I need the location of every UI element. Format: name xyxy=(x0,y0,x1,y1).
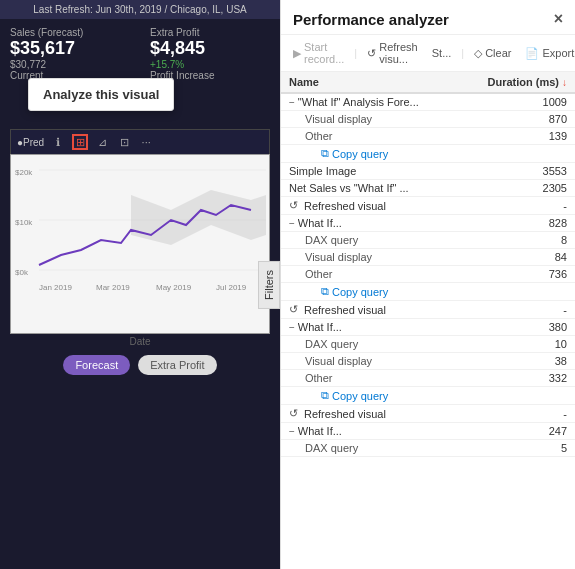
table-row: Simple Image 3553 xyxy=(281,163,575,180)
chart-area: ●Pred ℹ ⊞ ⊿ ⊡ ··· $20k $10k $0k xyxy=(10,129,270,383)
row-name: Visual display xyxy=(289,355,477,367)
row-name: Visual display xyxy=(289,251,477,263)
copy-query-link[interactable]: ⧉ Copy query xyxy=(289,147,477,160)
table-row: Visual display 38 xyxy=(281,353,575,370)
pred-label: ●Pred xyxy=(17,137,44,148)
row-name: What If... xyxy=(298,321,477,333)
analyze-tooltip[interactable]: Analyze this visual xyxy=(28,78,174,111)
table-row: Visual display 84 xyxy=(281,249,575,266)
svg-text:$10k: $10k xyxy=(15,218,33,227)
row-duration: 332 xyxy=(477,372,567,384)
chart-svg: $20k $10k $0k Jan 2019 Mar 2019 May 2019… xyxy=(10,154,270,334)
copy-query-link[interactable]: ⧉ Copy query xyxy=(289,389,477,402)
row-name: Visual display xyxy=(289,113,477,125)
expand-icon[interactable]: − xyxy=(289,426,295,437)
table-body: − "What If" Analysis Fore... 1009 Visual… xyxy=(281,94,575,457)
kpi-profit-value: $4,845 xyxy=(150,38,270,59)
row-name: Simple Image xyxy=(289,165,477,177)
refresh-row-name: Refreshed visual xyxy=(304,304,477,316)
row-name: "What If" Analysis Fore... xyxy=(298,96,477,108)
refresh-row: ↺ Refreshed visual - xyxy=(281,301,575,319)
export-label: Export xyxy=(542,47,574,59)
table-row: DAX query 10 xyxy=(281,336,575,353)
row-duration: 247 xyxy=(477,425,567,437)
row-duration: 5 xyxy=(477,442,567,454)
kpi-sales: Sales (Forecast) $35,617 $30,772 Current xyxy=(10,27,130,81)
copy-query-link[interactable]: ⧉ Copy query xyxy=(289,285,477,298)
filters-tab[interactable]: Filters xyxy=(258,261,280,309)
refresh-row-duration: - xyxy=(477,200,567,212)
row-duration: 1009 xyxy=(477,96,567,108)
row-duration: 139 xyxy=(477,130,567,142)
panel-title: Performance analyzer xyxy=(293,11,449,28)
record-button[interactable]: ▶ Start record... xyxy=(289,39,348,67)
legend-forecast[interactable]: Forecast xyxy=(63,355,130,375)
clear-icon: ◇ xyxy=(474,47,482,60)
table-header: Name Duration (ms) ↓ xyxy=(281,72,575,94)
col-name-header: Name xyxy=(289,76,477,88)
svg-text:Jan 2019: Jan 2019 xyxy=(39,283,72,292)
refresh-row-duration: - xyxy=(477,304,567,316)
refresh-row: ↺ Refreshed visual - xyxy=(281,197,575,215)
expand-icon[interactable]: − xyxy=(289,218,295,229)
table-row: Other 139 xyxy=(281,128,575,145)
kpi-sales-label: Sales (Forecast) xyxy=(10,27,130,38)
row-name: What If... xyxy=(298,425,477,437)
svg-text:Jul 2019: Jul 2019 xyxy=(216,283,247,292)
col-duration-header: Duration (ms) ↓ xyxy=(477,76,567,88)
copy-icon: ⧉ xyxy=(321,389,329,402)
refresh-row-duration: - xyxy=(477,408,567,420)
row-name: DAX query xyxy=(289,234,477,246)
refresh-row-icon: ↺ xyxy=(289,303,298,316)
row-name: DAX query xyxy=(289,442,477,454)
expand-icon[interactable]: − xyxy=(289,322,295,333)
left-panel: Last Refresh: Jun 30th, 2019 / Chicago, … xyxy=(0,0,280,569)
table-row: Other 736 xyxy=(281,266,575,283)
more-icon[interactable]: ··· xyxy=(138,134,154,150)
kpi-sales-sub1: $30,772 xyxy=(10,59,130,70)
row-duration: 3553 xyxy=(477,165,567,177)
row-duration: 2305 xyxy=(477,182,567,194)
refresh-row-name: Refreshed visual xyxy=(304,408,477,420)
refresh-label: Refresh visu... xyxy=(379,41,418,65)
svg-text:May 2019: May 2019 xyxy=(156,283,192,292)
table-row: Visual display 870 xyxy=(281,111,575,128)
visual-icon[interactable]: ⊞ xyxy=(72,134,88,150)
row-name: DAX query xyxy=(289,338,477,350)
svg-text:$20k: $20k xyxy=(15,168,33,177)
table-row: DAX query 8 xyxy=(281,232,575,249)
expand-icon[interactable]: − xyxy=(289,97,295,108)
refresh-icon: ↺ xyxy=(367,47,376,60)
copy-icon: ⧉ xyxy=(321,147,329,160)
expand-icon[interactable]: ⊡ xyxy=(116,134,132,150)
close-button[interactable]: × xyxy=(554,10,563,28)
record-icon: ▶ xyxy=(293,47,301,60)
export-button[interactable]: 📄 Export xyxy=(521,45,575,62)
svg-text:Mar 2019: Mar 2019 xyxy=(96,283,130,292)
refresh-row-icon: ↺ xyxy=(289,199,298,212)
kpi-profit-change: +15.7% xyxy=(150,59,270,70)
table-row: − What If... 247 xyxy=(281,423,575,440)
st-label: St... xyxy=(432,47,452,59)
row-duration: 38 xyxy=(477,355,567,367)
table-row: − "What If" Analysis Fore... 1009 xyxy=(281,94,575,111)
kpi-sales-value: $35,617 xyxy=(10,38,130,59)
row-duration: 870 xyxy=(477,113,567,125)
chart-x-label: Date xyxy=(10,336,270,347)
row-duration: 828 xyxy=(477,217,567,229)
right-panel: Performance analyzer × ▶ Start record...… xyxy=(280,0,575,569)
svg-text:$0k: $0k xyxy=(15,268,29,277)
st-button[interactable]: St... xyxy=(428,45,456,61)
sort-icon[interactable]: ↓ xyxy=(562,77,567,88)
clear-button[interactable]: ◇ Clear xyxy=(470,45,515,62)
filter-icon[interactable]: ⊿ xyxy=(94,134,110,150)
legend-extra-profit[interactable]: Extra Profit xyxy=(138,355,216,375)
refresh-row-icon: ↺ xyxy=(289,407,298,420)
table-row: Net Sales vs "What If" ... 2305 xyxy=(281,180,575,197)
table-row: Other 332 xyxy=(281,370,575,387)
refresh-button[interactable]: ↺ Refresh visu... xyxy=(363,39,422,67)
table-row: − What If... 380 xyxy=(281,319,575,336)
info-icon[interactable]: ℹ xyxy=(50,134,66,150)
refresh-row: ↺ Refreshed visual - xyxy=(281,405,575,423)
row-name: Other xyxy=(289,268,477,280)
